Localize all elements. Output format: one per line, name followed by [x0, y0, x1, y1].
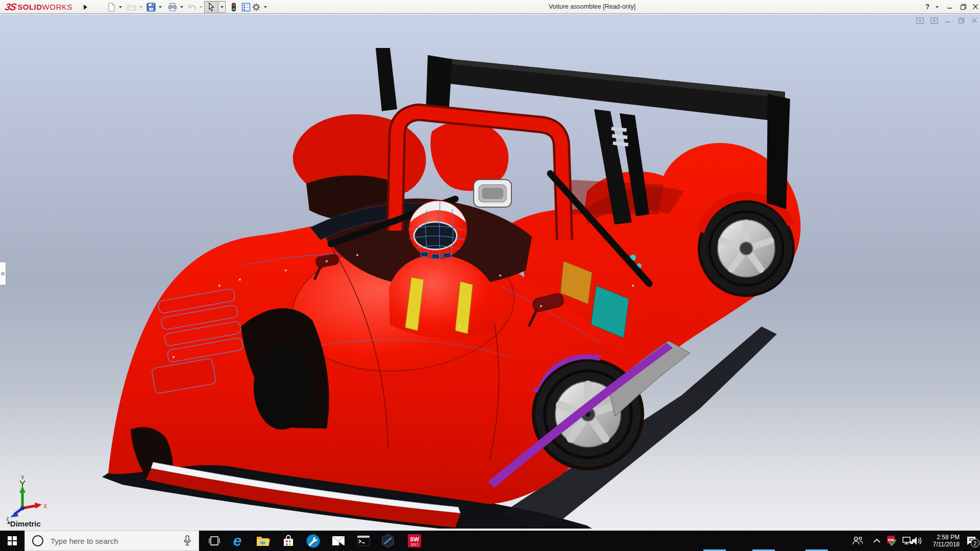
command-prompt-icon — [357, 535, 370, 546]
caret-down-icon — [119, 6, 122, 8]
select-tool-dropdown[interactable] — [218, 1, 226, 13]
brand-wordmark: SOLIDWORKS — [17, 3, 72, 11]
child-close-button[interactable] — [969, 16, 979, 24]
new-document-button[interactable] — [105, 1, 117, 13]
options-dropdown[interactable] — [262, 1, 268, 13]
dock-right-icon — [930, 17, 938, 24]
stoplight-icon — [229, 2, 239, 12]
flyout-grip-icon — [1, 272, 5, 276]
reference-triad: Y X Z — [3, 474, 49, 520]
open-button[interactable] — [126, 1, 138, 13]
caret-down-icon — [220, 6, 224, 8]
minimize-icon — [945, 17, 951, 23]
undo-button[interactable] — [186, 1, 198, 13]
start-button[interactable] — [0, 531, 24, 551]
new-document-dropdown[interactable] — [117, 1, 124, 13]
display-states-button[interactable] — [228, 1, 240, 13]
featuremanager-flyout-tab[interactable] — [0, 262, 6, 285]
task-view-icon — [208, 535, 220, 547]
solidworks-app-icon: SW 2017 — [407, 534, 422, 548]
store-icon — [282, 534, 295, 547]
options-button[interactable] — [250, 1, 262, 13]
child-minimize-button[interactable] — [943, 16, 953, 24]
ds-logo-mark: 3S — [4, 2, 17, 13]
hidden-icons-button[interactable] — [869, 531, 885, 551]
save-floppy-icon — [146, 2, 156, 12]
clock-time: 2:58 PM — [937, 534, 960, 541]
solidworks-monitor-tray-icon[interactable]: SW — [884, 531, 900, 551]
close-icon — [971, 17, 977, 23]
taskbar-app-file-explorer[interactable] — [251, 531, 275, 551]
rear-wheel — [698, 196, 795, 297]
undo-arrow-icon — [187, 2, 197, 12]
undo-dropdown[interactable] — [198, 1, 204, 13]
close-icon — [972, 4, 978, 10]
search-input[interactable]: Type here to search — [24, 531, 199, 551]
search-placeholder: Type here to search — [51, 537, 183, 545]
flyout-triangle-icon — [84, 5, 87, 10]
graphics-viewport[interactable]: Y X Z *Dimetric — [0, 14, 980, 531]
svg-text:2017: 2017 — [410, 543, 419, 546]
caret-down-icon — [936, 6, 939, 8]
speaker-icon — [911, 536, 923, 546]
task-view-button[interactable] — [202, 531, 227, 551]
microphone-icon[interactable] — [183, 535, 191, 546]
print-button[interactable] — [166, 1, 179, 13]
people-tray-icon[interactable] — [848, 531, 867, 551]
restore-button[interactable] — [957, 0, 970, 13]
save-button[interactable] — [145, 1, 157, 13]
wrench-circle-icon — [306, 534, 320, 548]
hexagon-app-icon — [381, 534, 395, 548]
restore-icon — [958, 17, 965, 24]
taskbar-clock[interactable]: 2:58 PM 7/11/2018 — [922, 531, 961, 551]
caret-down-icon — [139, 6, 142, 8]
help-dropdown[interactable] — [934, 1, 940, 13]
save-dropdown[interactable] — [157, 1, 163, 13]
notification-badge[interactable]: 2 — [971, 539, 979, 547]
caret-down-icon — [180, 6, 183, 8]
taskbar-app-settings-utility[interactable] — [301, 531, 325, 551]
open-folder-icon — [127, 2, 137, 12]
print-dropdown[interactable] — [179, 1, 185, 13]
mail-icon — [332, 536, 345, 546]
taskbar-app-edge[interactable]: e — [225, 531, 250, 551]
child-restore-button[interactable] — [956, 16, 966, 24]
minimize-icon — [947, 4, 953, 10]
close-button[interactable] — [969, 0, 980, 13]
help-button[interactable]: ? — [921, 0, 934, 13]
menu-flyout-button[interactable] — [82, 2, 89, 12]
taskbar-app-mail[interactable] — [326, 531, 351, 551]
windows-logo-icon — [8, 536, 17, 545]
gear-icon — [251, 2, 261, 12]
solidworks-logo: 3S SOLIDWORKS — [5, 2, 72, 12]
title-bar: 3S SOLIDWORKS — [0, 0, 980, 14]
window-title: Voiture assomblee [Read-only] — [549, 3, 635, 10]
restore-icon — [960, 4, 967, 10]
svg-text:SW: SW — [410, 536, 419, 542]
edge-icon: e — [233, 533, 242, 548]
taskbar-app-hexagon[interactable] — [376, 531, 400, 551]
taskbar-app-command-prompt[interactable] — [351, 531, 376, 551]
dock-left-button[interactable] — [915, 16, 925, 24]
triad-y-label: Y — [21, 475, 24, 481]
printer-icon — [167, 2, 178, 12]
chevron-up-icon — [873, 538, 881, 543]
people-icon — [851, 536, 864, 546]
select-tool-button[interactable] — [204, 1, 218, 13]
air-intake — [474, 180, 511, 207]
triad-x-label: X — [43, 503, 47, 509]
taskbar-app-store[interactable] — [276, 531, 301, 551]
file-explorer-icon — [256, 535, 270, 547]
sw-check-icon: SW — [886, 535, 897, 546]
caret-down-icon — [200, 6, 203, 8]
model-render — [0, 14, 980, 531]
new-document-icon — [106, 2, 116, 12]
minimize-button[interactable] — [943, 0, 957, 13]
dock-left-icon — [916, 17, 924, 24]
taskbar-app-solidworks[interactable]: SW 2017 — [402, 531, 427, 551]
select-cursor-icon — [206, 2, 216, 12]
view-orientation-label: *Dimetric — [7, 519, 41, 528]
caret-down-icon — [159, 6, 162, 8]
open-dropdown[interactable] — [138, 1, 144, 13]
dock-right-button[interactable] — [929, 16, 939, 24]
